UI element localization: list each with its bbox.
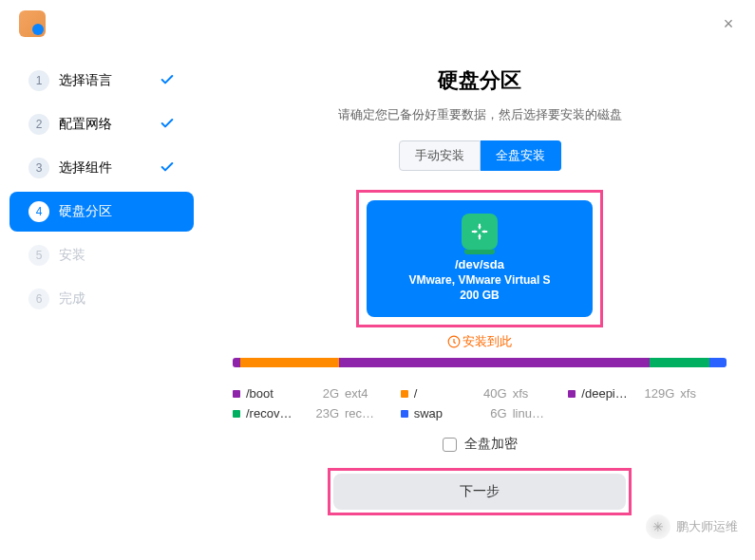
install-here-label: 安装到此 — [233, 333, 727, 350]
page-title: 硬盘分区 — [233, 66, 727, 95]
step-number: 2 — [28, 114, 49, 135]
step-select-language[interactable]: 1 选择语言 — [9, 61, 194, 101]
step-label: 选择组件 — [59, 159, 112, 177]
step-label: 配置网络 — [59, 116, 112, 133]
highlight-next-button: 下一步 — [328, 468, 632, 515]
legend-mount: /recov… — [246, 406, 303, 420]
legend-fs: linu… — [513, 406, 544, 420]
partition-usage-bar — [233, 358, 727, 367]
disk-model: VMware, VMware Virtual S — [376, 273, 583, 287]
disk-size: 200 GB — [376, 289, 583, 302]
encrypt-label: 全盘加密 — [464, 436, 518, 453]
highlight-disk-selection: /dev/sda VMware, VMware Virtual S 200 GB — [356, 190, 603, 327]
disk-card[interactable]: /dev/sda VMware, VMware Virtual S 200 GB — [367, 200, 593, 317]
step-install: 5 安装 — [9, 235, 194, 275]
main-panel: 硬盘分区 请确定您已备份好重要数据，然后选择要安装的磁盘 手动安装 全盘安装 /… — [204, 47, 755, 560]
tab-manual-install[interactable]: 手动安装 — [399, 140, 481, 171]
close-button[interactable]: × — [721, 16, 736, 31]
legend-item: /boot 2G ext4 — [233, 386, 391, 401]
disk-device-path: /dev/sda — [376, 257, 583, 271]
legend-item: /recov… 23G rec… — [233, 406, 391, 420]
app-icon — [19, 10, 46, 37]
full-disk-encrypt-row[interactable]: 全盘加密 — [233, 436, 727, 453]
step-finish: 6 完成 — [9, 279, 194, 319]
partition-segment — [233, 358, 240, 367]
legend-size: 129G — [644, 386, 674, 401]
tab-full-disk-install[interactable]: 全盘安装 — [481, 140, 561, 171]
legend-mount: /boot — [246, 386, 303, 401]
legend-item: / 40G xfs — [401, 386, 559, 401]
step-number: 3 — [28, 158, 49, 178]
legend-fs: ext4 — [345, 386, 368, 401]
install-mode-tabs: 手动安装 全盘安装 — [233, 140, 727, 171]
legend-mount: /deepi… — [581, 386, 638, 401]
step-label: 完成 — [59, 290, 85, 308]
legend-fs: rec… — [345, 406, 374, 420]
installer-steps-sidebar: 1 选择语言 2 配置网络 3 选择组件 4 硬盘分区 5 安装 6 完成 — [0, 47, 204, 560]
legend-swatch — [401, 410, 408, 418]
disk-icon — [462, 214, 498, 250]
step-label: 硬盘分区 — [59, 203, 112, 220]
legend-swatch — [568, 390, 576, 398]
step-number: 4 — [28, 201, 49, 222]
watermark: ✳ 鹏大师运维 — [646, 514, 738, 539]
legend-mount: swap — [414, 406, 471, 420]
legend-swatch — [233, 410, 240, 418]
legend-swatch — [233, 390, 240, 398]
wechat-icon: ✳ — [646, 514, 670, 539]
step-number: 5 — [28, 245, 49, 266]
step-label: 安装 — [59, 247, 85, 264]
step-select-components[interactable]: 3 选择组件 — [9, 148, 194, 188]
step-number: 6 — [28, 289, 49, 309]
step-disk-partition[interactable]: 4 硬盘分区 — [9, 192, 194, 232]
next-button[interactable]: 下一步 — [333, 474, 626, 510]
legend-size: 6G — [477, 406, 507, 420]
page-subtitle: 请确定您已备份好重要数据，然后选择要安装的磁盘 — [233, 106, 727, 123]
step-number: 1 — [28, 70, 49, 91]
legend-size: 40G — [477, 386, 507, 401]
legend-size: 23G — [309, 406, 339, 420]
check-icon — [160, 159, 175, 177]
legend-item: /deepi… 129G xfs — [568, 386, 727, 401]
step-configure-network[interactable]: 2 配置网络 — [9, 104, 194, 144]
check-icon — [160, 72, 175, 90]
encrypt-checkbox[interactable] — [443, 438, 457, 452]
legend-fs: xfs — [513, 386, 529, 401]
legend-mount: / — [414, 386, 471, 401]
check-icon — [160, 116, 175, 134]
partition-legend: /boot 2G ext4 / 40G xfs /deepi… 129G xfs… — [233, 386, 727, 420]
partition-segment — [240, 358, 339, 367]
legend-fs: xfs — [680, 386, 696, 401]
legend-item: swap 6G linu… — [401, 406, 559, 420]
legend-size: 2G — [309, 386, 339, 401]
legend-swatch — [401, 390, 408, 398]
step-label: 选择语言 — [59, 72, 112, 89]
partition-segment — [709, 358, 727, 367]
partition-segment — [650, 358, 708, 367]
svg-point-0 — [477, 229, 482, 234]
partition-segment — [339, 358, 651, 367]
